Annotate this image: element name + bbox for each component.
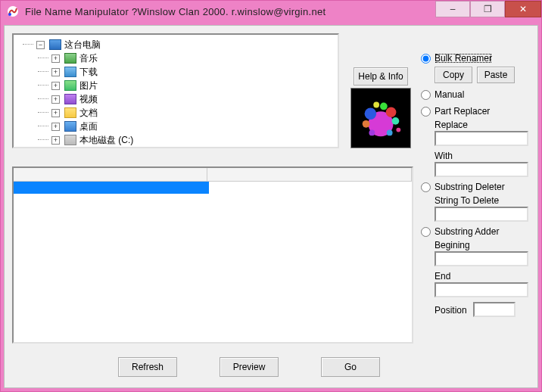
tree-item-label: 本地磁盘 (D:) (79, 148, 133, 149)
bulk-renamer-radio[interactable] (421, 54, 431, 64)
paste-button[interactable]: Paste (477, 67, 515, 83)
expand-icon[interactable]: + (51, 82, 60, 90)
file-list[interactable] (12, 166, 413, 344)
svg-point-1 (8, 13, 11, 16)
app-icon (7, 5, 19, 17)
minimize-button[interactable]: – (435, 1, 470, 17)
string-to-delete-label: String To Delete (435, 195, 530, 206)
begining-label: Begining (435, 240, 530, 250)
tree-item[interactable]: +图片 (51, 79, 335, 92)
list-column-2[interactable] (207, 168, 412, 181)
position-label: Position (435, 305, 467, 316)
tree-item[interactable]: +文档 (51, 106, 335, 120)
folder-tree[interactable]: − 这台电脑 +音乐+下载+图片+视频+文档+桌面+本地磁盘 (C:)+本地磁盘… (12, 33, 339, 148)
list-column-1[interactable] (14, 168, 207, 181)
svg-point-5 (386, 107, 397, 117)
substring-adder-label: Substring Adder (435, 226, 499, 237)
svg-point-9 (363, 120, 370, 128)
with-input[interactable] (435, 162, 528, 177)
expand-icon[interactable]: + (51, 68, 60, 76)
replace-label: Replace (435, 120, 530, 130)
options-panel: Bulk Renamer Copy Paste Manual Part Repl… (421, 53, 530, 317)
titlebar[interactable]: File Name Manipulator ?Winslow Clan 2000… (1, 1, 541, 22)
substring-adder-radio[interactable] (421, 227, 431, 237)
begining-input[interactable] (435, 251, 528, 266)
manual-label: Manual (435, 89, 464, 100)
end-input[interactable] (435, 282, 528, 297)
go-button[interactable]: Go (321, 357, 380, 377)
svg-point-6 (380, 103, 388, 110)
close-button[interactable]: ✕ (505, 1, 541, 17)
replace-input[interactable] (435, 131, 528, 146)
tree-item[interactable]: +本地磁盘 (C:) (51, 133, 335, 147)
tree-item[interactable]: +音乐 (51, 51, 335, 65)
bulk-renamer-label: Bulk Renamer (435, 53, 492, 64)
tree-item[interactable]: +本地磁盘 (D:) (51, 147, 335, 148)
refresh-button[interactable]: Refresh (118, 357, 177, 377)
tree-item[interactable]: +视频 (51, 92, 335, 106)
tree-item-label: 下载 (79, 66, 98, 79)
string-to-delete-input[interactable] (435, 207, 528, 222)
copy-button[interactable]: Copy (435, 67, 472, 83)
music-icon (64, 53, 76, 64)
list-header[interactable] (14, 168, 412, 182)
expand-icon[interactable]: + (51, 54, 60, 63)
position-input[interactable] (473, 302, 516, 317)
tree-item-label: 音乐 (79, 52, 98, 65)
expand-icon[interactable]: + (51, 109, 60, 117)
tree-item-label: 文档 (79, 107, 98, 120)
tree-item[interactable]: +桌面 (51, 120, 335, 133)
svg-point-10 (387, 130, 393, 136)
collapse-icon[interactable]: − (36, 41, 45, 49)
pic-icon (64, 80, 76, 91)
drive-icon (64, 135, 76, 145)
window-frame: File Name Manipulator ?Winslow Clan 2000… (0, 0, 542, 392)
expand-icon[interactable]: + (51, 136, 60, 145)
tree-item-label: 本地磁盘 (C:) (79, 134, 133, 147)
tree-item-label: 视频 (79, 93, 98, 106)
part-replacer-label: Part Replacer (435, 106, 490, 117)
svg-point-8 (392, 117, 400, 125)
svg-point-7 (373, 102, 379, 108)
substring-deleter-radio[interactable] (421, 182, 431, 192)
tree-root-label: 这台电脑 (64, 39, 101, 51)
tree-root[interactable]: − 这台电脑 (36, 38, 335, 51)
tree-item[interactable]: +下载 (51, 65, 335, 79)
svg-point-11 (369, 130, 375, 136)
computer-icon (49, 39, 61, 50)
logo-image (350, 88, 411, 148)
dl-icon (64, 67, 76, 77)
svg-point-12 (396, 128, 400, 132)
desk-icon (64, 121, 76, 132)
manual-radio[interactable] (421, 90, 431, 100)
end-label: End (435, 271, 530, 282)
tree-item-label: 桌面 (79, 120, 98, 133)
window-title: File Name Manipulator ?Winslow Clan 2000… (25, 6, 326, 17)
client-area: − 这台电脑 +音乐+下载+图片+视频+文档+桌面+本地磁盘 (C:)+本地磁盘… (4, 25, 538, 388)
maximize-button[interactable]: ❐ (470, 1, 505, 17)
preview-button[interactable]: Preview (220, 357, 279, 377)
help-info-button[interactable]: Help & Info (354, 67, 408, 86)
vid-icon (64, 94, 76, 104)
substring-deleter-label: Substring Deleter (435, 182, 505, 192)
with-label: With (435, 151, 530, 161)
tree-item-label: 图片 (79, 79, 98, 92)
doc-icon (64, 107, 76, 118)
expand-icon[interactable]: + (51, 123, 60, 131)
expand-icon[interactable]: + (51, 95, 60, 104)
list-selected-row[interactable] (14, 182, 209, 194)
part-replacer-radio[interactable] (421, 107, 431, 117)
svg-point-4 (365, 107, 377, 120)
